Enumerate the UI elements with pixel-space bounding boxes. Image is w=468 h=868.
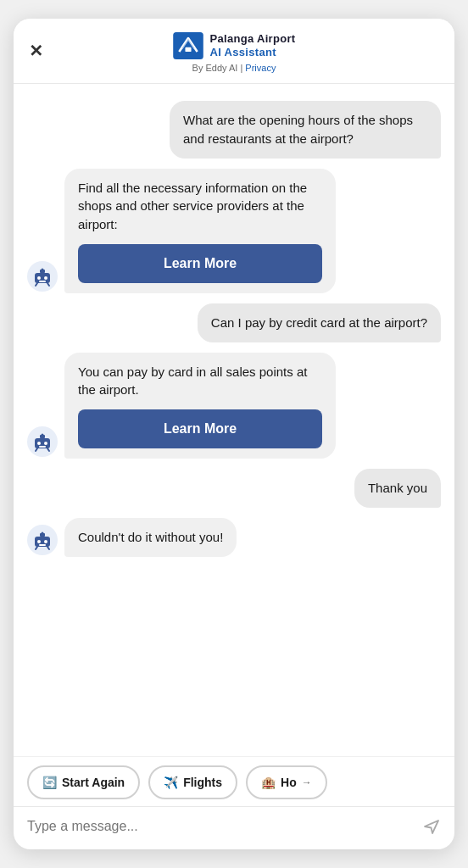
messages-area: What are the opening hours of the shops …: [14, 84, 454, 756]
header-logo-area: Palanga Airport AI Assistant By Eddy AI …: [173, 32, 296, 73]
message-row: Can I pay by credit card at the airport?: [27, 303, 441, 342]
svg-point-13: [37, 442, 41, 445]
header-meta: By Eddy AI | Privacy: [192, 63, 276, 73]
hotel-button[interactable]: 🏨 Ho →: [246, 765, 327, 799]
start-again-button[interactable]: 🔄 Start Again: [27, 765, 140, 799]
bot-bubble: Couldn't do it without you!: [64, 518, 237, 557]
send-icon: [422, 817, 441, 836]
brand-text: Palanga Airport AI Assistant: [210, 32, 296, 58]
flights-button[interactable]: ✈️ Flights: [148, 765, 237, 799]
message-input[interactable]: [27, 819, 414, 834]
svg-point-14: [44, 442, 47, 445]
svg-rect-10: [39, 281, 46, 282]
svg-point-5: [44, 276, 47, 280]
svg-rect-1: [185, 47, 191, 52]
message-row: You can pay by card in all sales points …: [27, 353, 441, 459]
quick-actions-bar: 🔄 Start Again ✈️ Flights 🏨 Ho →: [14, 756, 454, 806]
airport-logo-icon: [173, 32, 203, 59]
brand-name: Palanga Airport: [210, 32, 296, 46]
bot-avatar: [27, 426, 58, 457]
chat-container: ✕ Palanga Airport AI Assistant By Eddy A…: [14, 19, 454, 849]
svg-point-16: [42, 434, 44, 437]
svg-point-22: [37, 540, 41, 543]
bot-bubble: Find all the necessary information on th…: [64, 169, 336, 293]
privacy-link[interactable]: Privacy: [245, 63, 276, 73]
bot-avatar: [27, 261, 58, 292]
message-row: What are the opening hours of the shops …: [27, 101, 441, 159]
flights-label: Flights: [183, 776, 222, 789]
restart-icon: 🔄: [42, 776, 57, 789]
user-bubble: Thank you: [354, 469, 441, 508]
message-row: Thank you: [27, 469, 441, 508]
user-bubble: What are the opening hours of the shops …: [170, 101, 441, 159]
close-button[interactable]: ✕: [29, 41, 43, 61]
hotel-label: Ho: [281, 776, 297, 789]
start-again-label: Start Again: [62, 776, 125, 789]
svg-point-25: [42, 531, 44, 534]
bot-message-text: Find all the necessary information on th…: [78, 181, 307, 232]
message-row: Couldn't do it without you!: [27, 518, 441, 557]
chat-header: ✕ Palanga Airport AI Assistant By Eddy A…: [14, 19, 454, 84]
brand-sub: AI Assistant: [210, 46, 296, 59]
message-row: Find all the necessary information on th…: [27, 169, 441, 293]
learn-more-button-1[interactable]: Learn More: [78, 244, 322, 283]
svg-rect-19: [39, 446, 46, 448]
bot-message-text: You can pay by card in all sales points …: [78, 364, 307, 398]
svg-point-23: [44, 540, 47, 543]
user-bubble: Can I pay by credit card at the airport?: [198, 303, 441, 342]
more-icon: →: [302, 776, 312, 788]
flights-icon: ✈️: [164, 776, 178, 789]
input-area: [14, 806, 454, 849]
bot-bubble: You can pay by card in all sales points …: [64, 353, 336, 459]
send-button[interactable]: [422, 817, 441, 836]
bot-avatar: [27, 525, 58, 555]
header-brand: Palanga Airport AI Assistant: [173, 32, 296, 59]
svg-point-7: [42, 268, 44, 270]
svg-rect-28: [39, 544, 46, 546]
hotel-icon: 🏨: [261, 776, 276, 789]
svg-rect-0: [173, 32, 203, 59]
svg-point-4: [37, 276, 41, 280]
learn-more-button-2[interactable]: Learn More: [78, 409, 322, 448]
